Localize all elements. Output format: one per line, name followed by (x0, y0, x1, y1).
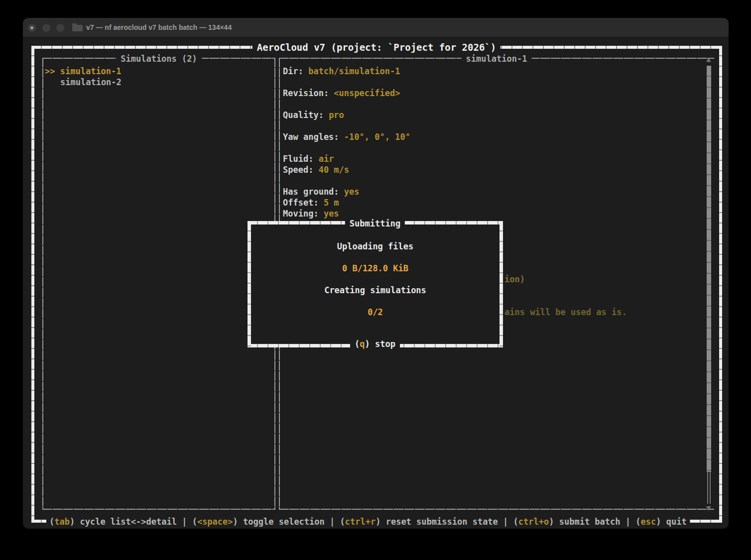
obscured-line-fragment: ains will be used as is. (504, 307, 627, 318)
field-value: batch/simulation-1 (308, 66, 400, 76)
field-offset: Offset: 5 m (283, 197, 339, 208)
obscured-line-fragment: ion) (504, 274, 525, 285)
simulations-panel-border-left (42, 58, 43, 510)
field-value: -10°, 0°, 10° (344, 132, 410, 142)
app-title: AeroCloud v7 (project: `Project for 2026… (252, 42, 501, 53)
simulations-panel-border-bottom (42, 509, 275, 510)
hint-label: toggle selection (238, 517, 325, 527)
field-label: Fluid: (283, 154, 319, 164)
field-speed: Speed: 40 m/s (283, 164, 349, 175)
field-value: <unspecified> (334, 88, 400, 98)
frame-border-left (31, 46, 34, 523)
statusbar-separator: | (177, 517, 192, 527)
field-label: Has ground: (283, 187, 344, 197)
hint-label: cycle list<->detail (75, 517, 177, 527)
create-progress-value: 0/2 (248, 307, 503, 318)
hint-label: submit batch (554, 517, 620, 527)
field-value: pro (329, 110, 344, 120)
key-label: esc (641, 517, 656, 527)
status-bar: (tab) cycle list<->detail | (<space>) to… (46, 516, 690, 527)
statusbar-hint-ctrl-o: (ctrl+o) submit batch (513, 517, 621, 527)
window-title: v7 — nf aerocloud v7 batch batch — 134×4… (86, 23, 232, 31)
zoom-button[interactable] (56, 24, 64, 32)
field-value: 5 m (324, 198, 339, 208)
list-item-label: simulation-2 (60, 77, 122, 87)
hint-label: quit (661, 517, 686, 527)
key-label: ctrl+o (518, 517, 549, 527)
hint-key: q (360, 339, 365, 349)
key-label: tab (54, 517, 70, 527)
statusbar-hint-space: (<space>) toggle selection (192, 517, 325, 527)
detail-panel-border-bottom (279, 509, 714, 510)
statusbar-separator: | (325, 517, 340, 527)
key-label: <space> (197, 517, 233, 527)
list-item-label: simulation-1 (60, 66, 122, 76)
key-label: ctrl+r (345, 517, 376, 527)
field-dir: Dir: batch/simulation-1 (283, 66, 400, 77)
field-value: yes (324, 209, 339, 219)
upload-step-label: Uploading files (248, 241, 503, 252)
selection-marker: >> (45, 66, 55, 76)
field-value: 40 m/s (319, 165, 349, 175)
field-label: Speed: (283, 165, 319, 175)
submitting-dialog (248, 221, 503, 347)
field-value: yes (344, 187, 360, 197)
arrow-up-icon: ▲ (706, 54, 711, 64)
scrollbar-track[interactable] (707, 472, 711, 504)
hint-label: reset submission state (380, 517, 498, 527)
list-item-simulation-1[interactable]: >> simulation-1 (45, 66, 122, 77)
statusbar-hint-esc: (esc) quit (635, 517, 686, 527)
scrollbar-thumb[interactable] (707, 66, 711, 472)
statusbar-separator: | (621, 517, 636, 527)
minimize-button[interactable] (42, 24, 50, 32)
close-button[interactable] (28, 24, 36, 32)
create-step-label: Creating simulations (248, 285, 503, 296)
stop-hint: (q) stop (350, 338, 400, 349)
field-label: Revision: (283, 88, 334, 98)
modified-dot-icon (30, 26, 33, 29)
hint-paren: ( (355, 339, 360, 349)
field-moving: Moving: yes (283, 208, 339, 219)
hint-label: ) stop (365, 339, 395, 349)
field-fluid: Fluid: air (283, 153, 334, 164)
field-label: Moving: (283, 209, 324, 219)
simulations-panel-title: Simulations (2) (116, 53, 202, 64)
detail-panel-title: simulation-1 (462, 53, 532, 64)
upload-progress-value: 0 B/128.0 KiB (248, 263, 503, 274)
folder-icon (72, 25, 83, 31)
field-has-ground: Has ground: yes (283, 186, 360, 197)
dialog-border-left (248, 221, 251, 347)
statusbar-hint-ctrl-r: (ctrl+r) reset submission state (340, 517, 498, 527)
field-revision: Revision: <unspecified> (283, 88, 400, 99)
list-item-simulation-2[interactable]: simulation-2 (60, 77, 122, 88)
arrow-down-icon: ▼ (706, 503, 711, 513)
scrollbar-down-button[interactable]: ▼ (706, 503, 711, 514)
scrollbar-up-button[interactable]: ▲ (706, 54, 711, 65)
field-quality: Quality: pro (283, 110, 344, 120)
field-yaw-angles: Yaw angles: -10°, 0°, 10° (283, 131, 410, 142)
field-label: Yaw angles: (283, 132, 344, 142)
field-label: Quality: (283, 110, 329, 120)
statusbar-separator: | (498, 517, 513, 527)
field-value: air (319, 154, 334, 164)
field-label: Dir: (283, 66, 308, 76)
field-label: Offset: (283, 198, 324, 208)
dialog-border-right (500, 221, 503, 347)
dialog-title: Submitting (345, 218, 405, 229)
frame-border-right (719, 46, 722, 523)
statusbar-hint-tab: (tab) cycle list<->detail (49, 517, 177, 527)
